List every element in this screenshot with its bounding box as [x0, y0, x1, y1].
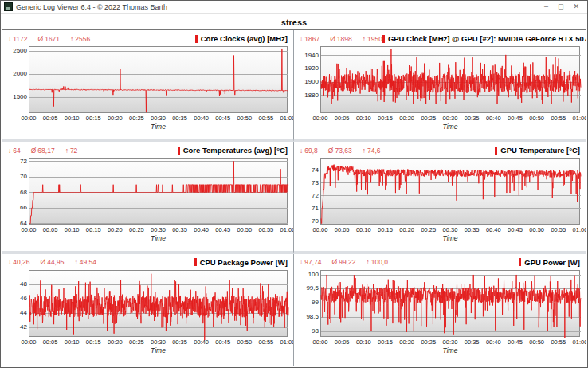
stat-avg: Ø1671	[38, 35, 61, 43]
series-line	[321, 165, 581, 224]
stat-max-value: 100,0	[371, 258, 388, 266]
x-tick-label: 00:45	[215, 115, 230, 122]
legend-color-bar	[519, 258, 521, 266]
title-bar: Generic Log Viewer 6.4 - © 2022 Thomas B…	[1, 1, 587, 14]
x-tick-label: 00:15	[86, 339, 101, 346]
chart-panel: ↓1867 Ø1898 ↑1950 GPU Clock [MHz] @ GPU …	[294, 30, 586, 142]
legend-color-bar	[382, 35, 385, 43]
stat-max: ↑49,54	[74, 258, 96, 266]
stat-min-value: 64	[13, 147, 20, 155]
app-icon	[4, 2, 13, 11]
stat-avg: Ø1898	[330, 35, 352, 43]
x-tick-label: 00:55	[259, 226, 274, 233]
plot-surface[interactable]: 42444648	[29, 270, 288, 337]
x-tick-label: 00:20	[108, 339, 123, 346]
legend-color-bar	[195, 35, 198, 43]
x-tick-label: 00:40	[486, 226, 501, 233]
y-tick-label: 71	[312, 205, 319, 212]
x-tick-label: 00:15	[378, 339, 393, 346]
stat-min-value: 69,8	[304, 147, 318, 155]
y-tick-label: 2000	[13, 70, 27, 77]
legend-color-bar	[178, 147, 180, 155]
x-tick-label: 00:25	[421, 115, 436, 122]
maximize-button[interactable]: ◻	[558, 3, 563, 10]
x-tick-label: 00:35	[172, 115, 187, 122]
stat-max-value: 1950	[367, 35, 382, 43]
chart-panel: ↓1172 Ø1671 ↑2556 Core Clocks (avg) [MHz…	[2, 30, 294, 142]
x-tick-label: 00:50	[529, 226, 544, 233]
max-arrow-icon: ↑	[366, 258, 369, 266]
series-stats: ↓1867 Ø1898 ↑1950	[300, 35, 382, 43]
min-arrow-icon: ↓	[8, 35, 11, 43]
x-tick-label: 00:05	[43, 339, 58, 346]
chart-area[interactable]: 1880190019201940	[320, 46, 580, 113]
x-axis-title: Time	[320, 123, 580, 131]
close-button[interactable]: ✕	[573, 3, 579, 10]
chart-area[interactable]: 42444648	[29, 270, 288, 337]
stat-max-value: 49,54	[80, 258, 96, 266]
max-arrow-icon: ↑	[363, 147, 366, 155]
plot-surface[interactable]: 9898,59999,5100	[320, 270, 580, 337]
stat-min-value: 40,26	[13, 258, 29, 266]
stat-min: ↓69,8	[300, 147, 318, 155]
x-axis-labels: 00:0000:0500:1000:1500:2000:2500:3000:35…	[320, 225, 580, 234]
x-tick-label: 00:15	[378, 115, 393, 122]
plot-surface[interactable]: 1880190019201940	[320, 46, 580, 113]
x-tick-label: 00:40	[486, 115, 501, 122]
stat-min: ↓1172	[8, 35, 28, 43]
window-title: Generic Log Viewer 6.4 - © 2022 Thomas B…	[16, 3, 167, 11]
x-tick-label: 00:15	[378, 226, 393, 233]
plot-surface[interactable]: 150020002500	[29, 46, 288, 113]
stat-min-value: 1172	[13, 35, 27, 43]
y-tick-label: 73	[312, 179, 319, 186]
x-tick-label: 00:40	[194, 115, 209, 122]
plot-surface[interactable]: 7071727374	[320, 158, 580, 225]
x-tick-label: 00:45	[508, 226, 523, 233]
series-legend: CPU Package Power [W]	[194, 258, 288, 267]
y-tick-label: 99	[312, 299, 319, 306]
x-tick-label: 00:40	[486, 339, 501, 346]
chart-title: Core Temperatures (avg) [°C]	[183, 146, 288, 155]
max-arrow-icon: ↑	[74, 258, 77, 266]
x-tick-label: 00:05	[43, 115, 58, 122]
y-tick-label: 66	[20, 204, 27, 211]
chart-header: ↓69,8 Ø73,63 ↑74,6 GPU Temperature [°C]	[300, 144, 580, 156]
chart-area[interactable]: 9898,59999,5100	[320, 270, 580, 337]
chart-area[interactable]: 6466687072	[29, 158, 288, 225]
chart-area[interactable]: 7071727374	[320, 158, 580, 225]
x-tick-label: 00:30	[151, 115, 166, 122]
x-tick-label: 00:10	[65, 226, 80, 233]
stat-min-value: 1867	[304, 35, 319, 43]
series-stats: ↓69,8 Ø73,63 ↑74,6	[300, 147, 381, 155]
stat-max-value: 2556	[75, 35, 90, 43]
x-tick-label: 00:10	[356, 226, 371, 233]
x-tick-label: 00:10	[356, 339, 371, 346]
x-tick-label: 00:20	[108, 115, 123, 122]
x-tick-label: 01:00	[573, 339, 586, 346]
y-tick-label: 44	[20, 309, 27, 316]
max-arrow-icon: ↑	[363, 35, 366, 43]
y-tick-label: 100	[308, 271, 319, 278]
series-line	[29, 273, 288, 339]
avg-symbol-icon: Ø	[330, 35, 335, 43]
x-axis-labels: 00:0000:0500:1000:1500:2000:2500:3000:35…	[29, 225, 288, 234]
chart-area[interactable]: 150020002500	[29, 46, 288, 113]
x-tick-label: 00:55	[551, 339, 566, 346]
x-tick-label: 01:00	[573, 226, 586, 233]
max-arrow-icon: ↑	[65, 147, 69, 155]
x-tick-label: 00:25	[421, 226, 436, 233]
x-tick-label: 00:30	[443, 339, 458, 346]
minimize-button[interactable]: –	[544, 3, 548, 10]
avg-symbol-icon: Ø	[332, 258, 338, 266]
x-tick-label: 00:00	[22, 339, 37, 346]
chart-header: ↓1172 Ø1671 ↑2556 Core Clocks (avg) [MHz…	[8, 33, 288, 45]
x-tick-label: 00:30	[443, 226, 458, 233]
stat-avg-value: 44,95	[47, 258, 64, 266]
x-tick-label: 00:20	[108, 226, 123, 233]
y-tick-label: 70	[20, 173, 27, 180]
chart-header: ↓40,26 Ø44,95 ↑49,54 CPU Package Power […	[8, 256, 288, 268]
avg-symbol-icon: Ø	[38, 35, 44, 43]
x-tick-label: 00:40	[194, 226, 209, 233]
plot-surface[interactable]: 6466687072	[29, 158, 288, 225]
x-axis-title: Time	[29, 346, 288, 355]
